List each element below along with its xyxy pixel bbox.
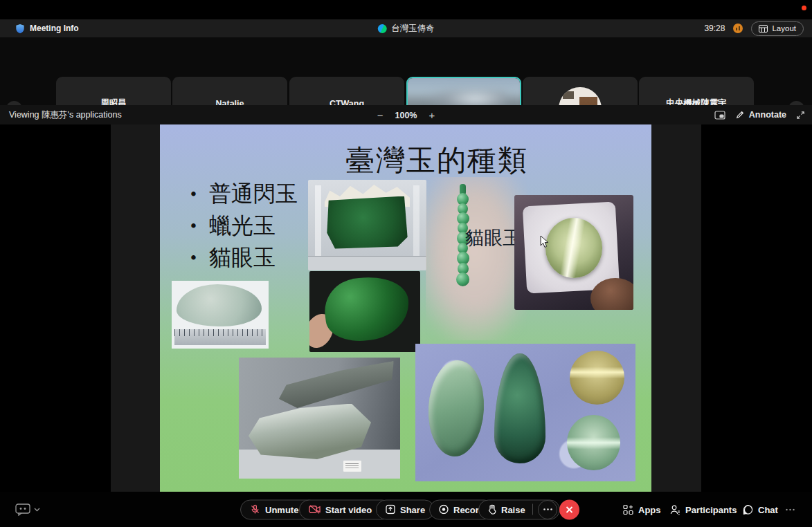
participant-filmstrip: ‹ 周昭昌 ? Unverified Natalie ? Unverified bbox=[0, 37, 812, 105]
meeting-timer: 39:28 bbox=[704, 24, 725, 33]
slide-inline-label: 貓眼玉 bbox=[465, 225, 521, 250]
pop-out-icon[interactable] bbox=[714, 111, 725, 120]
captions-icon bbox=[15, 503, 30, 516]
bullet-item: 普通閃玉 bbox=[209, 179, 298, 210]
share-button[interactable]: Share bbox=[376, 499, 435, 519]
apps-grid-icon bbox=[623, 504, 633, 515]
viewing-status-text: Viewing 陳惠芬's applications bbox=[9, 109, 122, 121]
meeting-title-area: 台灣玉傳奇 bbox=[377, 23, 435, 35]
shared-slide: 臺灣玉的種類 • 普通閃玉 • 蠟光玉 • 貓眼玉 bbox=[160, 124, 651, 492]
meeting-control-bar: Unmute Start video Share Record bbox=[0, 492, 812, 527]
pen-icon bbox=[735, 110, 745, 120]
share-screen-icon bbox=[386, 505, 395, 515]
meeting-info-label: Meeting Info bbox=[30, 24, 79, 33]
meeting-title: 台灣玉傳奇 bbox=[391, 23, 435, 35]
mic-off-icon bbox=[250, 504, 260, 515]
bullet-item: 蠟光玉 bbox=[209, 211, 276, 241]
annotate-button[interactable]: Annotate bbox=[735, 110, 786, 120]
layout-button[interactable]: Layout bbox=[751, 21, 804, 36]
zoom-level[interactable]: 100% bbox=[395, 110, 417, 120]
photo-jade-bead-strand bbox=[426, 177, 527, 340]
slide-title: 臺灣玉的種類 bbox=[250, 141, 624, 180]
shield-icon bbox=[15, 24, 25, 34]
leave-meeting-button[interactable] bbox=[559, 499, 579, 519]
webex-logo-icon bbox=[377, 24, 386, 33]
connection-quality-icon[interactable] bbox=[733, 24, 743, 33]
viewing-toolbar: Viewing 陳惠芬's applications − 100% + Anno… bbox=[0, 105, 812, 124]
caption-control[interactable] bbox=[15, 503, 40, 516]
camera-off-icon bbox=[309, 505, 321, 515]
photo-jade-with-ruler bbox=[172, 281, 269, 349]
photo-polished-jades bbox=[415, 344, 635, 481]
chat-bubble-icon bbox=[743, 504, 753, 515]
zoom-in-button[interactable]: + bbox=[428, 110, 435, 120]
photo-cats-eye-cabochon bbox=[514, 195, 633, 310]
zoom-out-button[interactable]: − bbox=[377, 110, 384, 120]
layout-grid-icon bbox=[759, 25, 768, 33]
record-icon bbox=[439, 505, 449, 515]
photo-museum-specimens bbox=[239, 358, 400, 479]
layout-label: Layout bbox=[772, 24, 796, 33]
bullet-item: 貓眼玉 bbox=[209, 243, 276, 273]
participants-button[interactable]: Participants bbox=[670, 504, 737, 515]
system-menubar bbox=[0, 0, 812, 19]
participants-icon bbox=[670, 504, 680, 515]
ellipsis-icon bbox=[543, 508, 552, 510]
close-x-icon bbox=[566, 506, 573, 513]
shared-content-stage: 臺灣玉的種類 • 普通閃玉 • 蠟光玉 • 貓眼玉 bbox=[0, 124, 812, 492]
slide-bullet-list: • 普通閃玉 • 蠟光玉 • 貓眼玉 bbox=[189, 178, 298, 274]
chat-button[interactable]: Chat bbox=[743, 504, 778, 515]
recording-indicator-dot bbox=[802, 6, 806, 10]
photo-jade-display-case bbox=[308, 180, 426, 270]
photo-rough-jade-in-hand bbox=[309, 271, 420, 352]
expand-icon[interactable] bbox=[796, 111, 805, 120]
meeting-header: Meeting Info 台灣玉傳奇 39:28 Layout bbox=[0, 19, 812, 37]
overflow-menu-button[interactable] bbox=[786, 508, 795, 510]
webex-meeting-window: Meeting Info 台灣玉傳奇 39:28 Layout ‹ 周昭昌 bbox=[0, 0, 812, 527]
chevron-down-icon bbox=[34, 508, 40, 512]
apps-button[interactable]: Apps bbox=[623, 504, 661, 515]
raised-hand-icon bbox=[488, 504, 496, 515]
ellipsis-icon bbox=[786, 508, 795, 510]
more-options-button[interactable] bbox=[538, 500, 557, 519]
meeting-info-button[interactable]: Meeting Info bbox=[15, 24, 79, 34]
mouse-cursor bbox=[540, 235, 549, 248]
